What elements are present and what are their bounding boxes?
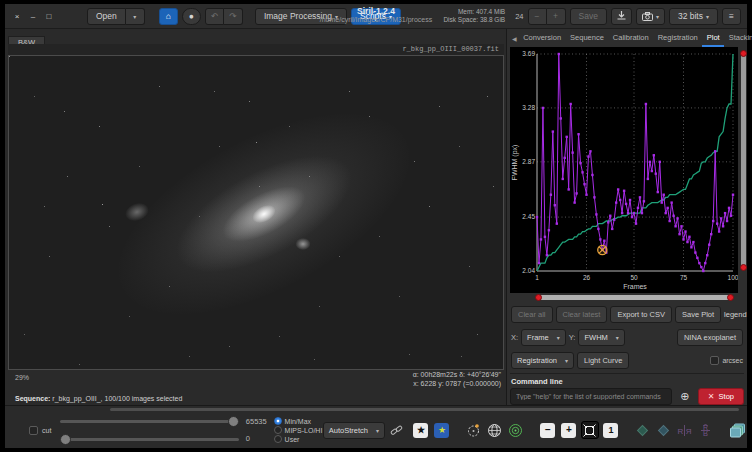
scripts-menu[interactable]: Scripts▾ — [351, 8, 401, 25]
title-bar: × – □ Open ▾ ⌂ ● ↶ ↷ Image Processing▾ S… — [5, 4, 747, 29]
mirror-x-button[interactable]: R R — [676, 421, 694, 439]
threads-value: 24 — [515, 12, 523, 21]
sequence-position-slider[interactable] — [110, 408, 739, 411]
save-as-button[interactable] — [611, 8, 632, 25]
x-slider-left-handle[interactable] — [535, 294, 542, 301]
clear-latest-button[interactable]: Clear latest — [556, 306, 608, 323]
x-variable-dropdown[interactable]: Frame▾ — [521, 329, 566, 346]
threads-decrease-button[interactable]: − — [528, 8, 547, 25]
tab-stacking[interactable]: Stacking — [724, 29, 752, 47]
bit-depth-dropdown[interactable]: 32 bits▾ — [669, 8, 718, 25]
command-input[interactable] — [510, 388, 672, 405]
photometry-button[interactable] — [465, 421, 483, 439]
home-button[interactable]: ⌂ — [159, 8, 178, 25]
celestial-grid-button[interactable] — [507, 421, 525, 439]
fit-to-window-button[interactable] — [581, 421, 599, 439]
tab-registration[interactable]: Registration — [653, 29, 702, 47]
plot-region: 2.042.452.873.283.691265075100FramesFWHM… — [510, 47, 744, 293]
tab-conversion[interactable]: Conversion — [519, 29, 566, 47]
lo-slider[interactable] — [60, 434, 239, 445]
tabs-scroll-left-icon[interactable]: ◀ — [510, 29, 519, 47]
mirror-y-button[interactable]: R R — [697, 421, 715, 439]
image-canvas[interactable] — [8, 55, 504, 370]
threads-increase-button[interactable]: + — [547, 8, 566, 25]
arcsec-checkbox[interactable] — [710, 356, 719, 365]
green-target-icon — [508, 423, 523, 438]
memory-status: Mem: 407.4 MiB — [443, 8, 505, 16]
radio-minmax[interactable]: Min/Max — [274, 417, 323, 425]
radio-icon — [274, 426, 282, 434]
cut-label: cut — [42, 427, 51, 434]
close-window-icon[interactable]: × — [11, 12, 23, 21]
lo-slider-track[interactable] — [60, 438, 239, 441]
tab-sequence[interactable]: Sequence — [566, 29, 609, 47]
x-axis-label: X: — [511, 333, 518, 342]
hamburger-menu-button[interactable]: ≡ — [722, 8, 741, 25]
undo-icon: ↶ — [211, 11, 218, 21]
snapshot-dropdown[interactable]: ▾ — [636, 8, 665, 25]
maximize-window-icon[interactable]: □ — [43, 12, 55, 21]
star-detection-button[interactable]: ★ — [412, 421, 430, 439]
zoom-level: 29% — [15, 374, 29, 381]
zoom-out-button[interactable]: − — [539, 421, 557, 439]
radio-mips-lohi[interactable]: MIPS-LO/HI — [274, 426, 323, 434]
redo-icon: ↷ — [229, 11, 236, 21]
svg-text:Frames: Frames — [623, 283, 647, 290]
cut-checkbox[interactable] — [29, 426, 38, 435]
y-axis-label: Y: — [569, 333, 576, 342]
nina-exoplanet-button[interactable]: NINA exoplanet — [677, 329, 743, 346]
stretch-sliders — [60, 416, 239, 445]
svg-text:3.69: 3.69 — [522, 50, 535, 57]
record-livestack-button[interactable]: ● — [182, 8, 201, 25]
pixel-coordinates: x: 6228 y: 0787 (=0.000000) — [413, 380, 501, 389]
fit-view-icon — [583, 424, 596, 437]
y-variable-dropdown[interactable]: FWHM▾ — [578, 329, 624, 346]
display-stretch-dropdown[interactable]: AutoStretch▾ — [323, 422, 385, 439]
lo-slider-handle[interactable] — [60, 434, 71, 445]
svg-text:R: R — [703, 429, 708, 436]
legend-toggle[interactable]: legend — [724, 310, 750, 319]
radio-user[interactable]: User — [274, 435, 323, 443]
chevron-down-icon: ▾ — [565, 357, 568, 364]
hi-slider-track[interactable] — [60, 420, 239, 423]
stop-x-icon: ✕ — [708, 392, 715, 401]
clear-all-button[interactable]: Clear all — [511, 306, 553, 323]
save-button[interactable]: Save — [570, 8, 607, 25]
undo-button[interactable]: ↶ — [205, 8, 224, 25]
x-slider-right-handle[interactable] — [727, 294, 734, 301]
hi-slider-handle[interactable] — [228, 416, 239, 427]
command-help-icon[interactable]: ⊕ — [675, 388, 695, 405]
sequence-frame-list-button[interactable] — [729, 421, 747, 439]
radio-icon — [274, 435, 282, 443]
tab-plot[interactable]: Plot — [702, 29, 724, 47]
plot-y-range-slider[interactable] — [739, 51, 744, 269]
save-plot-button[interactable]: Save Plot — [675, 306, 721, 323]
y-slider-top-handle[interactable] — [740, 50, 747, 57]
rotate-left-button[interactable] — [634, 421, 652, 439]
zoom-in-button[interactable]: + — [560, 421, 578, 439]
export-csv-button[interactable]: Export to CSV — [610, 306, 672, 323]
one-to-one-icon: 1 — [603, 423, 618, 438]
light-curve-button[interactable]: Light Curve — [577, 352, 629, 369]
x-slider-track[interactable] — [537, 295, 732, 300]
registration-layer-dropdown[interactable]: Registration▾ — [511, 352, 574, 369]
open-button[interactable]: Open — [87, 8, 126, 25]
y-slider-track[interactable] — [741, 51, 746, 269]
plot-x-range-slider[interactable] — [537, 294, 732, 302]
rotate-right-button[interactable] — [655, 421, 673, 439]
minimize-window-icon[interactable]: – — [27, 12, 39, 21]
annotations-button[interactable] — [486, 421, 504, 439]
link-channels-button[interactable] — [388, 421, 406, 439]
psf-star-button[interactable]: ★ — [433, 421, 451, 439]
hi-slider[interactable] — [60, 416, 239, 427]
fwhm-plot[interactable]: 2.042.452.873.283.691265075100FramesFWHM… — [510, 47, 738, 293]
command-line-row: ⊕ ✕ Stop — [510, 388, 744, 405]
tab-calibration[interactable]: Calibration — [608, 29, 653, 47]
image-processing-menu[interactable]: Image Processing▾ — [255, 8, 347, 25]
star-outline-icon: ★ — [417, 426, 425, 435]
stop-button[interactable]: ✕ Stop — [698, 388, 744, 405]
redo-button[interactable]: ↷ — [224, 8, 243, 25]
zoom-one-to-one-button[interactable]: 1 — [602, 421, 620, 439]
open-recent-dropdown[interactable]: ▾ — [126, 8, 145, 25]
y-slider-bottom-handle[interactable] — [740, 264, 747, 271]
